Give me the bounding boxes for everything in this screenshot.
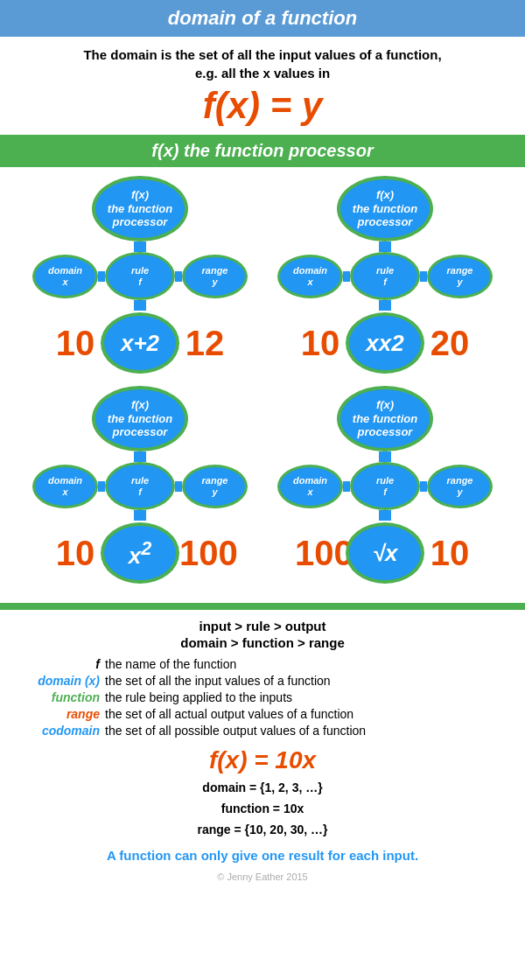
bottom-right-domain-ellipse: domainx [277, 465, 343, 508]
bottom-right-domain-label: domainx [293, 475, 327, 498]
top-right-rule-ellipse-val: xx2 [346, 312, 424, 374]
top-left-range-label: rangey [202, 265, 228, 288]
top-left-domain-ellipse: domainx [32, 255, 98, 298]
top-left-top-ellipse: f(x)the functionprocessor [92, 176, 188, 242]
glossary-row-range: range the set of all actual output value… [26, 707, 499, 721]
formula-example: f(x) = 10x [26, 746, 499, 774]
v-connector-3 [379, 242, 391, 252]
example-domain-label: domain = {1, 2, 3, …} [202, 780, 322, 794]
formula-large: f(x) = y [18, 86, 508, 126]
h-bar-6 [175, 481, 182, 492]
bottom-right-values-row: 100 √x 10 [262, 522, 508, 584]
glossary-term-range: range [26, 707, 105, 721]
top-right-three-row: domainx rulef rangey [262, 252, 508, 300]
bottom-left-range-ellipse: rangey [182, 465, 248, 508]
glossary-row-codomain: codomain the set of all possible output … [26, 724, 499, 738]
top-left-three-row: domainx rulef rangey [18, 252, 262, 300]
diagram-top-right: f(x)the functionprocessor domainx rulef … [262, 176, 508, 375]
bottom-left-values-row: 10 x2 100 [18, 522, 262, 584]
bottom-diagrams-row: f(x)the functionprocessor domainx rulef … [0, 386, 525, 585]
header-title: domain of a function [168, 7, 357, 29]
bottom-left-range-label: rangey [202, 475, 228, 498]
top-left-domain-val: 10 [50, 324, 101, 363]
info-area: input > rule > output domain > function … [0, 610, 525, 890]
header-bar: domain of a function [0, 0, 525, 37]
top-right-top-label: f(x)the functionprocessor [353, 188, 417, 229]
h-bar-1 [98, 271, 105, 282]
h-bar-2 [175, 271, 182, 282]
bottom-left-range-val: 100 [179, 534, 230, 573]
h-bar-5 [98, 481, 105, 492]
v-connector-8 [379, 510, 391, 521]
v-connector-6 [134, 510, 146, 521]
top-right-domain-label: domainx [293, 265, 327, 288]
diagram-bottom-left: f(x)the functionprocessor domainx rulef … [18, 386, 262, 585]
top-right-domain-ellipse: domainx [277, 255, 343, 298]
glossary-term-domain: domain (x) [26, 674, 105, 688]
bottom-right-range-val: 10 [424, 534, 475, 573]
bottom-left-domain-val: 10 [50, 534, 101, 573]
bottom-right-top-ellipse: f(x)the functionprocessor [337, 386, 433, 452]
v-connector-2 [134, 300, 146, 311]
glossary: f the name of the function domain (x) th… [26, 657, 499, 738]
v-connector-7 [379, 452, 391, 462]
top-right-range-val: 20 [424, 324, 475, 363]
bottom-left-domain-ellipse: domainx [32, 465, 98, 508]
top-right-rule-val: xx2 [366, 330, 403, 357]
h-bar-3 [343, 271, 350, 282]
top-left-domain-label: domainx [48, 265, 82, 288]
bottom-left-rule-label: rulef [131, 475, 149, 498]
glossary-def-function: the rule being applied to the inputs [105, 690, 499, 704]
bottom-left-rule-ellipse-val: x2 [101, 522, 179, 584]
top-left-top-label: f(x)the functionprocessor [108, 188, 172, 229]
copyright-text: © Jenny Eather 2015 [26, 872, 499, 882]
top-left-rule-ellipse-val: x+2 [101, 312, 179, 374]
glossary-term-f: f [26, 657, 105, 671]
v-connector-5 [134, 452, 146, 462]
formula-example-text: f(x) = 10x [26, 746, 499, 774]
example-function-label: function = 10x [221, 802, 304, 816]
bottom-left-rule-ellipse: rulef [105, 462, 175, 510]
bottom-right-range-ellipse: rangey [427, 465, 493, 508]
diagram-bottom-right: f(x)the functionprocessor domainx rulef … [262, 386, 508, 585]
top-left-values-row: 10 x+2 12 [18, 312, 262, 374]
top-left-range-val: 12 [179, 324, 230, 363]
diagram-top-left: f(x)the functionprocessor domainx rulef … [18, 176, 262, 375]
top-left-rule-val: x+2 [121, 330, 159, 357]
glossary-def-domain: the set of all the input values of a fun… [105, 674, 499, 688]
glossary-def-codomain: the set of all possible output values of… [105, 724, 499, 738]
top-right-range-ellipse: rangey [427, 255, 493, 298]
example-details: domain = {1, 2, 3, …} function = 10x ran… [26, 778, 499, 840]
diagrams-area: f(x)the functionprocessor domainx rulef … [0, 167, 525, 596]
bottom-right-domain-val: 100 [295, 534, 346, 573]
bottom-right-range-label: rangey [447, 475, 473, 498]
h-bar-4 [420, 271, 427, 282]
top-right-top-ellipse: f(x)the functionprocessor [337, 176, 433, 242]
green-bar-text: f(x) the function processor [151, 141, 373, 160]
h-bar-7 [343, 481, 350, 492]
io-line-1: input > rule > output [26, 619, 499, 634]
glossary-def-f: the name of the function [105, 657, 499, 671]
glossary-term-function: function [26, 690, 105, 704]
green-bar: f(x) the function processor [0, 135, 525, 167]
glossary-row-domain: domain (x) the set of all the input valu… [26, 674, 499, 688]
io-line-2: domain > function > range [26, 635, 499, 650]
bottom-right-three-row: domainx rulef rangey [262, 462, 508, 510]
top-right-range-label: rangey [447, 265, 473, 288]
top-left-rule-label: rulef [131, 265, 149, 288]
bottom-right-rule-ellipse: rulef [350, 462, 420, 510]
top-right-values-row: 10 xx2 20 [262, 312, 508, 374]
bottom-green-bar [0, 603, 525, 610]
bottom-right-rule-ellipse-val: √x [346, 522, 424, 584]
glossary-row-f: f the name of the function [26, 657, 499, 671]
note-line: A function can only give one result for … [26, 848, 499, 863]
glossary-def-range: the set of all actual output values of a… [105, 707, 499, 721]
h-bar-8 [420, 481, 427, 492]
bottom-left-top-label: f(x)the functionprocessor [108, 398, 172, 439]
example-range-label: range = {10, 20, 30, …} [197, 822, 327, 836]
glossary-row-function: function the rule being applied to the i… [26, 690, 499, 704]
bottom-left-rule-val: x2 [129, 537, 152, 570]
top-left-rule-ellipse: rulef [105, 252, 175, 300]
definition-area: The domain is the set of all the input v… [0, 37, 525, 135]
definition-text: The domain is the set of all the input v… [18, 46, 508, 82]
